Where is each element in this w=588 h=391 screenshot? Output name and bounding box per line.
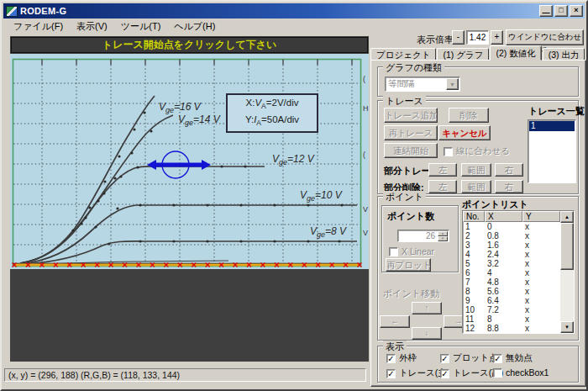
point-cell: 2.4 [485,250,522,259]
point-cell: 0 [485,222,522,231]
x-linear-checkbox[interactable]: X Linear [389,246,434,256]
point-row[interactable]: 107.2x [463,305,574,314]
partial-trace-range-button[interactable]: 範囲 [461,163,491,177]
replot-button[interactable]: 再プロット [386,258,431,272]
point-row[interactable]: 10x [463,222,574,231]
trace-cursor[interactable] [147,151,211,178]
svg-text:H: H [363,104,369,113]
display-group-title: 表示 [383,341,407,353]
display-checkbox-0[interactable]: ✓外枠 [386,352,417,364]
point-cell: 0.8 [485,231,522,240]
curve-label-1: Vge=14 V [178,114,220,127]
partial-trace-right-button[interactable]: 右 [495,163,523,177]
menu-item-0[interactable]: ファイル(F) [7,18,70,34]
partial-delete-left-button[interactable]: 左 [428,180,457,193]
maximize-icon[interactable]: □ [554,5,568,17]
curve-label-3: Vge=10 V [300,189,342,203]
graph-viewport[interactable]: トレース開始点をクリックして下さい [10,36,369,362]
zoom-ratio-label: 表示倍率 [417,34,454,46]
scroll-down-icon[interactable]: ▼ [560,321,574,333]
display-checkbox-label: 外枠 [399,352,417,364]
curve-label-0: Vge=16 V [159,101,201,114]
point-row[interactable]: 128.8x [463,324,574,333]
point-cell: 13 [463,333,485,334]
point-row[interactable]: 64x [463,268,574,277]
point-row[interactable]: 53.2x [463,259,574,268]
fit-to-line-checkbox[interactable]: 線に合わせる [444,145,510,157]
zoom-ratio-input[interactable]: 1.42 [466,30,489,45]
point-cell: x [522,305,560,314]
display-checkbox-2[interactable]: ✓無効点 [493,352,533,364]
point-row[interactable]: 139.6x [463,333,574,334]
point-count-label: ポイント数 [387,210,434,223]
point-cell: 12 [463,324,485,333]
point-cell: 8.8 [485,324,522,333]
title-bar[interactable]: RODEM-G — □ × [3,3,585,18]
tab-3[interactable]: (3) 出力 [543,48,585,61]
retrace-button[interactable]: 再トレース [384,125,438,140]
col-y: Y [522,211,560,222]
point-cell: x [522,259,560,268]
zoom-in-button[interactable]: + [491,30,503,45]
point-row[interactable]: 118x [463,314,574,324]
display-checkbox-5[interactable]: checkBox1 [493,367,549,378]
svg-text:(: ( [363,151,365,159]
window-title: RODEM-G [20,6,66,16]
tab-2[interactable]: (2) 数値化 [490,45,541,61]
point-count-box: ポイント数 26 ▲▼ X Linear 再プロット [381,205,459,272]
point-cell: 9.6 [485,333,522,334]
trace-list-selected-item[interactable]: 1 [529,121,575,131]
trace-add-button[interactable]: トレース追加 [384,108,438,123]
point-row[interactable]: 20.8x [463,231,574,240]
tab-strip: プロジェクト(1) グラフ(2) 数値化(3) 出力 [370,45,585,61]
menu-item-2[interactable]: ツール(T) [114,18,168,34]
display-checkbox-1[interactable]: ✓プロット点 [440,352,497,364]
checkbox-box: ✓ [493,354,502,363]
point-cell: 2 [463,231,485,240]
point-row[interactable]: 31.6x [463,240,574,250]
trace-delete-button[interactable]: 削除 [449,108,489,123]
trace-list-title: トレース一覧 [528,105,585,118]
trace-list[interactable]: 1 [528,119,576,183]
menu-item-3[interactable]: ヘルプ(H) [167,18,222,34]
fit-to-window-button[interactable]: ウインドウに合わせる [506,29,584,45]
point-list-table[interactable]: No. X Y 10x20.8x31.6x42.4x53.2x64x74.8x8… [462,210,575,334]
point-table-scrollbar[interactable]: ▲ ▼ [560,211,574,333]
point-cell: 6 [463,268,485,277]
scroll-up-icon[interactable]: ▲ [560,211,574,223]
scanned-graph-image[interactable]: (H(VV Vge=16 VVge=14 VVge=12 VVge=10 VVg… [10,54,369,269]
move-up-icon[interactable]: ↑ [412,302,442,314]
point-row[interactable]: 85.6x [463,287,574,296]
move-left-icon[interactable]: ← [380,315,410,328]
move-down-icon[interactable]: ↓ [412,327,442,340]
point-row[interactable]: 96.4x [463,296,574,305]
graph-type-combobox[interactable]: 等間隔 ▼ [385,77,460,92]
point-cell: x [522,287,560,296]
point-cell: 3.2 [485,259,522,268]
trace-group: トレース トレース追加 削除 再トレース キャンセル 連結開始 線に合わせる 部… [377,100,579,194]
point-count-spinner[interactable]: 26 ▲▼ [397,230,449,242]
cancel-button[interactable]: キャンセル [438,125,491,140]
scrollbar-thumb[interactable] [560,223,574,270]
minimize-icon[interactable]: — [539,5,553,17]
checkbox-box: ✓ [386,369,396,378]
tab-1[interactable]: (1) グラフ [437,48,489,61]
chevron-down-icon[interactable]: ▼ [446,78,459,90]
spinner-arrows-icon[interactable]: ▲▼ [438,231,448,240]
partial-trace-left-button[interactable]: 左 [428,163,457,177]
menu-item-1[interactable]: 表示(V) [70,18,114,34]
zoom-out-button[interactable]: - [452,30,465,45]
point-group-title: ポイント [383,191,426,203]
point-row[interactable]: 74.8x [463,277,574,287]
point-cell: 11 [463,314,485,324]
partial-delete-right-button[interactable]: 右 [495,180,523,193]
point-cell: x [522,277,560,287]
point-row[interactable]: 42.4x [463,250,574,259]
point-cell: x [522,333,560,334]
point-cell: 8 [463,287,485,296]
close-icon[interactable]: × [570,5,583,17]
point-cell: 4 [485,268,522,277]
link-start-button[interactable]: 連結開始 [384,143,438,158]
tab-0[interactable]: プロジェクト [370,48,436,61]
partial-delete-range-button[interactable]: 範囲 [461,180,491,193]
